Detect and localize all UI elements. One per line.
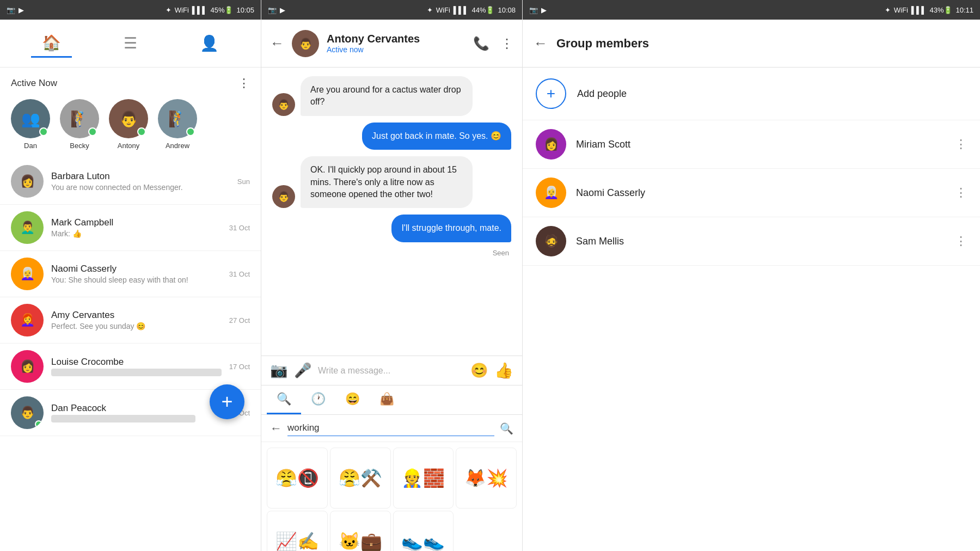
dan-online-dot — [39, 127, 48, 136]
naomi-member-name: Naomi Casserly — [576, 187, 945, 199]
status-bar-right: 📷 ▶ ✦ WiFi ▌▌▌ 43%🔋 10:11 — [523, 0, 980, 20]
message-3: 👨 OK. I'll quickly pop around in about 1… — [272, 156, 511, 208]
status-bar-left-icons: 📷 ▶ — [7, 6, 24, 14]
wifi-mid: WiFi — [436, 6, 450, 14]
message-4: I'll struggle through, mate. — [272, 215, 511, 242]
active-user-becky[interactable]: 🧗 Becky — [60, 99, 99, 150]
group-members-title: Group members — [556, 36, 649, 51]
member-sam[interactable]: 🧔 Sam Mellis ⋮ — [523, 217, 980, 266]
msg2-bubble: Just got back in mate. So yes. 😊 — [362, 123, 511, 150]
sticker-5[interactable]: 📈✍️ — [267, 511, 328, 551]
sticker-search-back[interactable]: ← — [270, 421, 282, 436]
phone-icon[interactable]: 📞 — [473, 36, 489, 51]
barbara-preview: You are now connected on Messenger. — [51, 183, 230, 192]
sam-more-button[interactable]: ⋮ — [955, 234, 967, 248]
active-now-more-button[interactable]: ⋮ — [238, 76, 250, 90]
middle-panel: 📷 ▶ ✦ WiFi ▌▌▌ 44%🔋 10:08 ← 👨 Antony Cer… — [261, 0, 523, 551]
tab-profile[interactable]: 👤 — [189, 30, 230, 57]
like-button[interactable]: 👍 — [494, 362, 513, 379]
amy-time: 27 Oct — [229, 316, 250, 325]
compose-button[interactable]: + — [210, 384, 244, 419]
camera-input-icon[interactable]: 📷 — [270, 362, 287, 379]
convo-naomi[interactable]: 👩‍🦳 Naomi Casserly You: She should sleep… — [0, 251, 261, 297]
mic-icon[interactable]: 🎤 — [294, 362, 311, 379]
profile-icon: 👤 — [200, 34, 219, 52]
play-icon: ▶ — [19, 6, 24, 14]
louise-avatar: 👩 — [11, 350, 44, 383]
time-mid: 10:08 — [498, 6, 516, 14]
sticker-tabs: 🔍 🕐 😄 👜 — [261, 385, 522, 415]
message-input[interactable] — [318, 366, 464, 376]
sticker-tab-search[interactable]: 🔍 — [267, 385, 301, 414]
barbara-info: Barbara Luton You are now connected on M… — [51, 171, 230, 192]
msg3-avatar: 👨 — [272, 185, 295, 208]
photo-icon-right: 📷 — [529, 6, 538, 14]
add-people-row[interactable]: + Add people — [523, 68, 980, 120]
add-circle-icon: + — [536, 78, 566, 109]
active-now-title: Active Now — [11, 78, 57, 89]
sticker-tab-bag[interactable]: 👜 — [370, 385, 404, 414]
convo-barbara[interactable]: 👩 Barbara Luton You are now connected on… — [0, 158, 261, 205]
time-right: 10:11 — [955, 6, 973, 14]
sticker-3[interactable]: 👷🧱 — [393, 448, 454, 509]
sticker-1[interactable]: 😤📵 — [267, 448, 328, 509]
play-icon-mid: ▶ — [280, 6, 285, 14]
wifi-right: WiFi — [894, 6, 908, 14]
louise-time: 17 Oct — [229, 363, 250, 371]
member-miriam[interactable]: 👩 Miriam Scott ⋮ — [523, 120, 980, 169]
right-back-button[interactable]: ← — [534, 35, 548, 52]
miriam-more-button[interactable]: ⋮ — [955, 137, 967, 151]
emoji-button[interactable]: 😊 — [470, 362, 488, 379]
chat-header-info: Antony Cervantes Active now — [327, 33, 465, 54]
member-naomi[interactable]: 👩‍🦳 Naomi Casserly ⋮ — [523, 169, 980, 217]
convo-louise[interactable]: 👩 Louise Crocombe 17 Oct — [0, 344, 261, 390]
sticker-6[interactable]: 🐱💼 — [330, 511, 391, 551]
tab-menu[interactable]: ☰ — [113, 30, 148, 57]
barbara-name: Barbara Luton — [51, 171, 230, 182]
status-right-right: ✦ WiFi ▌▌▌ 43%🔋 10:11 — [885, 6, 973, 14]
sticker-4[interactable]: 🦊💥 — [456, 448, 517, 509]
active-user-andrew[interactable]: 🧗 Andrew — [158, 99, 197, 150]
active-user-dan[interactable]: 👥 Dan — [11, 99, 50, 150]
sticker-2[interactable]: 😤⚒️ — [330, 448, 391, 509]
add-people-label: Add people — [577, 88, 627, 100]
photo-icon: 📷 — [7, 6, 15, 14]
mark-name: Mark Campbell — [51, 217, 222, 228]
dan-preview — [51, 415, 195, 423]
naomi-more-button[interactable]: ⋮ — [955, 186, 967, 200]
sticker-tab-emoji[interactable]: 😄 — [335, 385, 370, 414]
convo-amy[interactable]: 👩‍🦰 Amy Cervantes Perfect. See you sunda… — [0, 297, 261, 344]
andrew-name: Andrew — [166, 142, 189, 150]
amy-name: Amy Cervantes — [51, 310, 222, 321]
wifi-icon: WiFi — [175, 6, 189, 14]
more-options-icon[interactable]: ⋮ — [500, 36, 513, 51]
left-panel: 📷 ▶ ✦ WiFi ▌▌▌ 45%🔋 10:05 🏠 ☰ 👤 Active N… — [0, 0, 261, 551]
sticker-tab-recent[interactable]: 🕐 — [301, 385, 335, 414]
naomi-time: 31 Oct — [229, 270, 250, 278]
antony-online-dot — [137, 127, 146, 136]
active-user-antony[interactable]: 👨 Antony — [109, 99, 148, 150]
status-left-icons-right: 📷 ▶ — [529, 6, 547, 14]
andrew-avatar-wrap: 🧗 — [158, 99, 197, 138]
home-icon: 🏠 — [42, 34, 61, 52]
sam-avatar: 🧔 — [536, 226, 566, 256]
naomi-name: Naomi Casserly — [51, 264, 222, 274]
sticker-7[interactable]: 👟👟 — [393, 511, 454, 551]
battery-mid: 44%🔋 — [471, 6, 494, 14]
msg4-bubble: I'll struggle through, mate. — [391, 215, 511, 242]
convo-dan[interactable]: 👨 Dan Peacock Oct + — [0, 390, 261, 436]
sam-name: Sam Mellis — [576, 236, 945, 247]
louise-info: Louise Crocombe — [51, 357, 222, 376]
msg1-avatar: 👨 — [272, 93, 295, 116]
bluetooth-icon: ✦ — [166, 6, 171, 14]
sticker-search-bar: ← 🔍 — [261, 415, 522, 442]
convo-mark[interactable]: 👨‍🦱 Mark Campbell Mark: 👍 31 Oct — [0, 205, 261, 251]
sticker-search-submit-icon[interactable]: 🔍 — [500, 422, 513, 435]
back-button[interactable]: ← — [270, 35, 284, 52]
battery-right: 43%🔋 — [929, 6, 952, 14]
sticker-search-input[interactable] — [287, 420, 494, 436]
mark-time: 31 Oct — [229, 224, 250, 232]
mark-preview: Mark: 👍 — [51, 229, 222, 238]
tab-home[interactable]: 🏠 — [31, 29, 72, 58]
active-now-header: Active Now ⋮ — [0, 68, 261, 96]
